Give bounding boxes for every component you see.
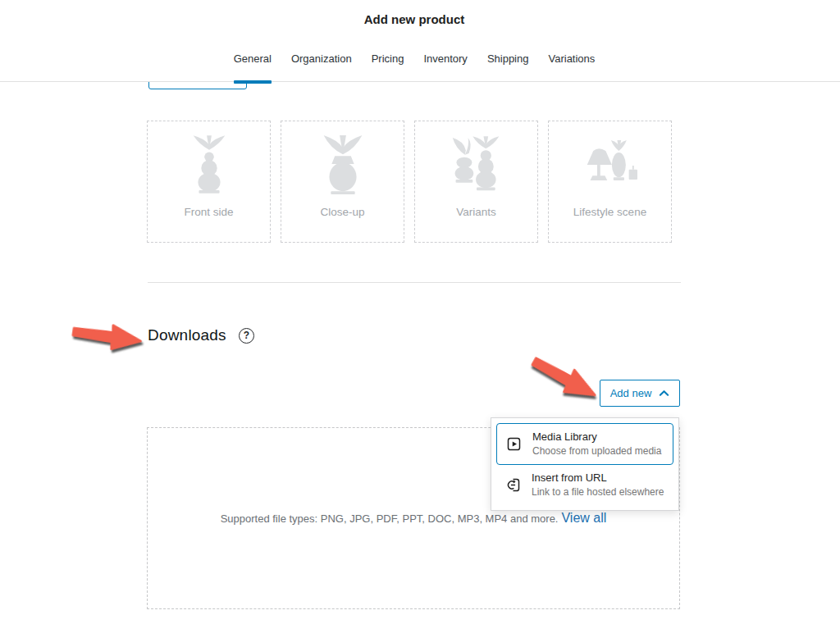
plant-pair-icon <box>415 133 537 198</box>
tab-inventory-label: Inventory <box>423 52 467 65</box>
plant-single-icon <box>148 133 270 198</box>
placeholder-label: Front side <box>148 206 270 218</box>
supported-file-types-text: Supported file types: PNG, JPG, PDF, PPT… <box>221 512 559 525</box>
menu-item-subtitle: Choose from uploaded media <box>532 445 661 458</box>
placeholder-label: Lifestyle scene <box>549 206 671 218</box>
tab-inventory[interactable]: Inventory <box>423 52 467 82</box>
tab-pricing-label: Pricing <box>372 52 404 65</box>
tab-general[interactable]: General <box>234 52 272 82</box>
tab-organization-label: Organization <box>291 52 352 65</box>
tab-shipping-label: Shipping <box>487 52 529 65</box>
placeholder-label: Close-up <box>281 206 404 218</box>
placeholder-card-lifestyle[interactable]: Lifestyle scene <box>548 121 672 243</box>
downloads-heading: Downloads <box>148 326 226 344</box>
menu-item-title: Insert from URL <box>532 471 664 485</box>
tab-general-label: General <box>234 52 272 65</box>
downloads-header: Downloads ? <box>148 326 254 344</box>
tab-variations[interactable]: Variations <box>548 52 595 82</box>
annotation-arrow-add-new <box>523 346 605 412</box>
plant-closeup-icon <box>281 133 404 198</box>
tab-bar: General Organization Pricing Inventory S… <box>148 0 681 82</box>
menu-item-subtitle: Link to a file hosted elsewhere <box>532 486 664 499</box>
tab-shipping[interactable]: Shipping <box>487 52 529 82</box>
page-header: Add new product General Organization Pri… <box>0 0 840 82</box>
add-new-label: Add new <box>610 387 652 399</box>
menu-item-insert-from-url[interactable]: Insert from URL Link to a file hosted el… <box>496 465 673 505</box>
menu-item-title: Media Library <box>532 430 661 444</box>
view-all-link[interactable]: View all <box>561 511 606 526</box>
insert-from-url-icon <box>504 476 522 494</box>
placeholder-card-close-up[interactable]: Close-up <box>281 121 404 243</box>
image-placeholder-row: Front side Close-up <box>147 121 672 243</box>
menu-item-media-library[interactable]: Media Library Choose from uploaded media <box>496 423 673 465</box>
lifestyle-scene-icon <box>549 133 671 198</box>
media-library-icon <box>505 435 523 453</box>
chevron-up-icon <box>659 389 669 397</box>
placeholder-label: Variants <box>415 206 537 218</box>
active-tab-indicator <box>234 80 272 84</box>
placeholder-card-variants[interactable]: Variants <box>414 121 538 243</box>
add-product-screen: Add new product General Organization Pri… <box>0 0 840 624</box>
placeholder-card-front-side[interactable]: Front side <box>147 121 271 243</box>
help-icon[interactable]: ? <box>239 328 254 344</box>
add-new-button[interactable]: Add new <box>600 380 680 407</box>
annotation-arrow-downloads <box>68 315 146 358</box>
tab-organization[interactable]: Organization <box>291 52 352 82</box>
tab-pricing[interactable]: Pricing <box>372 52 404 82</box>
tab-variations-label: Variations <box>548 52 595 65</box>
add-new-dropdown-menu: Media Library Choose from uploaded media… <box>491 417 679 511</box>
section-divider <box>148 282 681 283</box>
